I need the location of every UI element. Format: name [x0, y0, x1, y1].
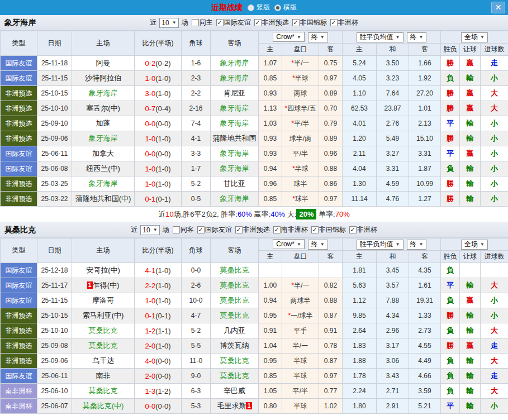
sub-column-header: 客 — [409, 251, 441, 263]
avg-away-cell: 27.20 — [409, 86, 441, 101]
same-venue-checkbox[interactable]: 同主 — [192, 18, 213, 27]
competition-checkbox[interactable]: ✓非洲预选 — [254, 18, 289, 27]
checkbox-label: 非洲杯 — [357, 225, 377, 235]
match-count-select[interactable]: 10▼ — [140, 225, 159, 235]
close-button[interactable]: ✕ — [491, 2, 505, 13]
match-row: 非洲预选25-10-15象牙海岸3-0(1-0)2-2肯尼亚0.93两球0.89… — [1, 86, 508, 101]
halftime-score: (0-0) — [155, 150, 170, 158]
result-cell: 勝 — [441, 86, 460, 101]
avg-home-cell: 1.78 — [343, 369, 377, 384]
avg-final-dropdown-label: 终 — [410, 240, 417, 249]
home-team-cell: 莫桑比克 — [72, 338, 135, 354]
avg-odds-dropdown[interactable]: 胜平负均值▼ — [357, 32, 403, 42]
match-row: 非洲预选25-10-10塞舌尔(中)0-7(0-4)2-16象牙海岸1.13*四… — [1, 101, 508, 116]
away-team-cell: 象牙海岸 — [211, 161, 259, 176]
avg-home-cell: 1.10 — [343, 86, 377, 101]
checkbox-icon — [192, 19, 199, 26]
chevron-down-icon: ▼ — [419, 35, 424, 40]
near-label: 近 — [150, 18, 156, 27]
odds-home-cell: 0.95 — [259, 308, 282, 323]
corner-cell: 10-0 — [182, 293, 211, 308]
team-name-text: 象牙海岸 — [89, 89, 118, 97]
competition-checkbox[interactable]: ✓非洲杯 — [349, 225, 377, 235]
team-name-text: 莫桑比克 — [220, 371, 249, 380]
result-cell: 平 — [441, 278, 460, 293]
odds-source-dropdown[interactable]: Crow*▼ — [273, 239, 305, 249]
competition-checkbox[interactable]: ✓南非洲杯 — [273, 225, 308, 235]
checkbox-label: 国际友谊 — [224, 18, 251, 27]
competition-checkbox[interactable]: ✓非国锦标 — [292, 18, 327, 27]
column-header: 客场 — [211, 31, 259, 56]
sub-column-header: 和 — [377, 251, 409, 263]
handicap-cell: *半球 — [282, 161, 319, 176]
odds-final-dropdown[interactable]: 终▼ — [308, 32, 328, 42]
odds-source-dropdown[interactable]: Crow*▼ — [273, 32, 305, 42]
fulltime-score: 1-2 — [145, 327, 155, 335]
layout-radio-竖版[interactable]: 竖版 — [248, 3, 270, 12]
odds-final-dropdown[interactable]: 终▼ — [308, 240, 328, 250]
handicap-text: 半球 — [295, 74, 308, 82]
goals-result-cell: 大 — [481, 278, 508, 293]
match-row: 非洲预选25-10-15索马利亚(中)0-1(0-1)4-7莫桑比克0.95*一… — [1, 308, 508, 323]
halftime-score: (1-2) — [155, 387, 170, 395]
section-header: 象牙海岸近10▼场同主✓国际友谊✓非洲预选✓非国锦标✓非洲杯 — [0, 15, 508, 31]
avg-final-dropdown[interactable]: 终▼ — [407, 240, 427, 250]
date-cell: 25-06-10 — [37, 384, 72, 399]
handicap-cell: *半/一 — [282, 278, 319, 293]
score-cell: 1-2(1-1) — [135, 323, 182, 338]
date-cell: 25-06-08 — [37, 161, 72, 176]
radio-label: 竖版 — [257, 3, 270, 12]
fulltime-score: 0-0 — [145, 150, 155, 158]
competition-checkbox[interactable]: ✓非国锦标 — [311, 225, 346, 235]
home-team-cell: 阿曼 — [72, 56, 135, 71]
avg-away-cell: 4.35 — [409, 263, 441, 278]
odds-group-header: Crow*▼终▼ — [259, 31, 343, 44]
team-name-text: 象牙海岸 — [220, 164, 249, 173]
corner-cell: 11-0 — [182, 354, 211, 369]
team-name-text: 加拿大 — [92, 149, 114, 157]
odds-home-cell: 0.85 — [259, 71, 282, 86]
avg-draw-cell: 5.49 — [377, 131, 409, 146]
avg-home-cell: 4.05 — [343, 71, 377, 86]
competition-checkbox[interactable]: ✓国际友谊 — [197, 225, 232, 235]
avg-away-cell: 2.73 — [409, 323, 441, 338]
fulltime-dropdown[interactable]: 全场▼ — [461, 32, 488, 42]
match-count-select[interactable]: 10▼ — [159, 18, 178, 28]
fulltime-score: 1-0 — [145, 180, 155, 188]
odds-home-cell: 0.93 — [259, 146, 282, 161]
odds-away-cell: 0.88 — [319, 293, 343, 308]
competition-checkbox[interactable]: ✓国际友谊 — [216, 18, 251, 27]
goals-result-cell: 大 — [481, 101, 508, 116]
summary-row: 近10场,胜6平2负2, 胜率:60% 赢率:40% 大:20% 单率:70% — [0, 207, 508, 222]
competition-checkbox[interactable]: ✓非洲预选 — [235, 225, 270, 235]
date-cell: 25-10-15 — [37, 308, 72, 323]
score-cell: 0-7(0-4) — [135, 101, 182, 116]
avg-draw-cell: 3.50 — [377, 56, 409, 71]
halftime-score: (0-2) — [155, 59, 170, 68]
avg-away-cell: 1.01 — [409, 101, 441, 116]
sub-column-header: 进球数 — [481, 44, 508, 56]
layout-radio-横版[interactable]: 横版 — [274, 3, 297, 12]
avg-draw-cell: 3.23 — [377, 71, 409, 86]
halftime-score: (0-0) — [155, 120, 170, 128]
away-team-cell: 象牙海岸 — [211, 56, 259, 71]
same-venue-checkbox[interactable]: 同客 — [173, 225, 194, 235]
competition-checkbox[interactable]: ✓非洲杯 — [330, 18, 358, 27]
avg-home-cell: 1.30 — [343, 176, 377, 192]
date-cell: 25-11-18 — [37, 56, 72, 71]
avg-home-cell: 11.14 — [343, 192, 377, 207]
avg-odds-dropdown[interactable]: 胜平负均值▼ — [357, 240, 403, 250]
checkbox-icon: ✓ — [311, 226, 319, 233]
handicap-result-cell: 輸 — [460, 399, 481, 414]
recent-results-panel: 近期战绩 竖版横版 ✕ 象牙海岸近10▼场同主✓国际友谊✓非洲预选✓非国锦标✓非… — [0, 0, 508, 420]
avg-draw-cell: 3.31 — [377, 161, 409, 176]
fulltime-dropdown[interactable]: 全场▼ — [461, 240, 488, 250]
result-cell: 負 — [441, 263, 460, 278]
handicap-result-cell: 輸 — [460, 278, 481, 293]
match-type-cell: 国际友谊 — [1, 293, 37, 308]
team-name-text: 莫桑比克 — [220, 296, 249, 304]
checkbox-label: 非国锦标 — [319, 225, 346, 235]
handicap-cell: *半/一 — [282, 56, 319, 71]
avg-final-dropdown[interactable]: 终▼ — [407, 32, 427, 42]
avg-home-cell: 4.01 — [343, 116, 377, 131]
